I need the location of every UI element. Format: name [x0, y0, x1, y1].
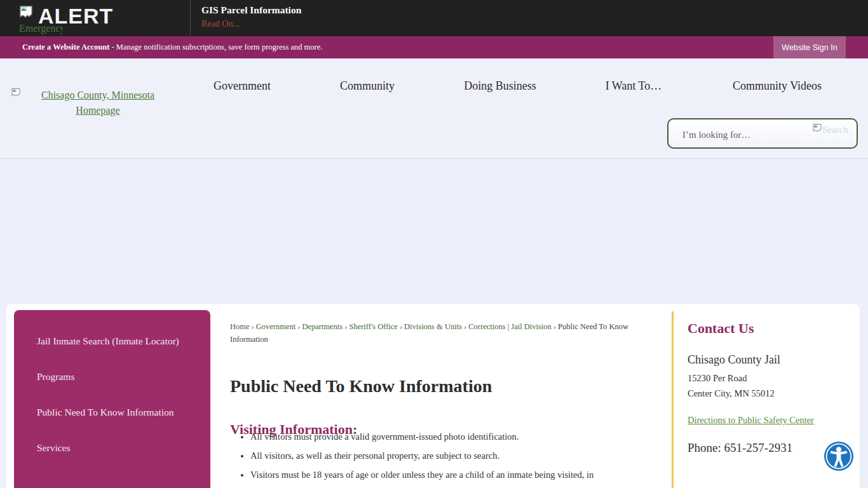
alert-label: ALERT	[38, 4, 113, 29]
breadcrumb-government[interactable]: Government	[256, 322, 295, 331]
breadcrumb-departments[interactable]: Departments	[302, 322, 342, 331]
website-sign-in-button[interactable]: Website Sign In	[773, 36, 846, 58]
section-sidebar: Jail Inmate Search (Inmate Locator) Prog…	[14, 310, 210, 488]
directions-link[interactable]: Directions to Public Safety Center	[688, 415, 814, 426]
search-button[interactable]: Search	[812, 123, 850, 139]
sidebar-item-public-need-to-know[interactable]: Public Need To Know Information	[37, 404, 189, 421]
breadcrumb-corrections-jail-division[interactable]: Corrections | Jail Division	[468, 322, 552, 331]
create-account-link[interactable]: Create a Website Account	[22, 43, 109, 51]
breadcrumb-separator: ›	[295, 322, 302, 331]
sidebar-item-jail-inmate-search[interactable]: Jail Inmate Search (Inmate Locator)	[37, 333, 189, 349]
breadcrumb: Home›Government›Departments›Sheriff's Of…	[230, 321, 649, 346]
breadcrumb-divisions-units[interactable]: Divisions & Units	[404, 322, 462, 331]
breadcrumb-sheriffs-office[interactable]: Sheriff's Office	[349, 322, 397, 331]
site-header: Chisago County, Minnesota Homepage Gover…	[0, 58, 868, 159]
list-item: All visitors, as well as their personal …	[250, 450, 670, 462]
contact-column-divider	[672, 311, 674, 488]
content-card: Jail Inmate Search (Inmate Locator) Prog…	[6, 304, 860, 488]
nav-government[interactable]: Government	[214, 79, 271, 93]
contact-address-line2: Center City, MN 55012	[688, 386, 854, 401]
nav-community[interactable]: Community	[340, 79, 395, 93]
broken-image-icon	[18, 5, 34, 19]
contact-address-line1: 15230 Per Road	[688, 370, 854, 386]
breadcrumb-separator: ›	[398, 322, 404, 331]
list-item: All visitors must provide a valid govern…	[250, 431, 670, 443]
contact-facility-name: Chisago County Jail	[688, 353, 854, 367]
breadcrumb-separator: ›	[250, 322, 256, 331]
broken-image-icon	[812, 123, 822, 133]
alert-divider	[190, 0, 191, 36]
visiting-rules-list: All visitors must provide a valid govern…	[230, 431, 670, 488]
breadcrumb-home[interactable]: Home	[230, 322, 250, 331]
nav-i-want-to[interactable]: I Want To…	[606, 79, 662, 93]
site-logo-broken-image[interactable]	[11, 88, 21, 100]
nav-doing-business[interactable]: Doing Business	[464, 79, 536, 93]
list-item: Visitors must be 18 years of age or olde…	[250, 469, 670, 481]
create-account-description: - Manage notification subscriptions, sav…	[109, 43, 322, 51]
alert-read-on-link[interactable]: Read On...	[201, 19, 240, 29]
breadcrumb-separator: ›	[462, 322, 468, 331]
search-input[interactable]	[681, 126, 804, 144]
search-icon-alt-text: Search	[822, 125, 848, 135]
sidebar-item-services[interactable]: Services	[37, 440, 189, 456]
create-account-text[interactable]: Create a Website Account - Manage notifi…	[22, 36, 322, 58]
accessibility-person-icon	[824, 442, 853, 471]
page: Emergency Alert ALERT GIS Parcel Informa…	[0, 0, 868, 488]
broken-image-icon	[11, 88, 21, 97]
contact-us-heading: Contact Us	[688, 320, 854, 337]
breadcrumb-separator: ›	[552, 322, 558, 331]
alert-title: GIS Parcel Information	[201, 4, 301, 16]
sidebar-item-programs[interactable]: Programs	[37, 369, 189, 385]
accessibility-widget-button[interactable]	[824, 442, 853, 471]
alert-bar: Emergency Alert ALERT GIS Parcel Informa…	[0, 0, 868, 36]
contact-us-panel: Contact Us Chisago County Jail 15230 Per…	[688, 320, 854, 455]
page-title: Public Need To Know Information	[230, 376, 492, 396]
search-box: Search	[667, 118, 858, 149]
nav-community-videos[interactable]: Community Videos	[733, 79, 822, 93]
homepage-link[interactable]: Chisago County, Minnesota Homepage	[37, 88, 159, 118]
account-bar: Create a Website Account - Manage notifi…	[0, 36, 868, 58]
breadcrumb-separator: ›	[342, 322, 349, 331]
